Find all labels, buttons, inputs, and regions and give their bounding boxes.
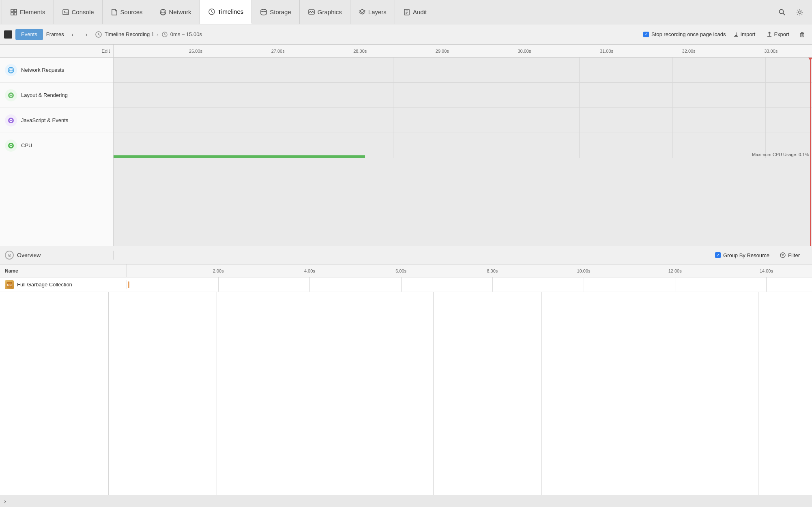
grid-line-3 bbox=[486, 133, 486, 158]
tab-bar: Elements Console Sources Network Timel bbox=[0, 0, 812, 24]
empty-table-area bbox=[0, 292, 812, 495]
grid-line-5 bbox=[675, 277, 675, 292]
stop-recording-button[interactable] bbox=[4, 30, 12, 39]
network-requests-label: Network Requests bbox=[21, 67, 64, 73]
settings-button[interactable] bbox=[793, 5, 807, 19]
overview-label: Overview bbox=[17, 252, 41, 258]
tab-graphics[interactable]: Graphics bbox=[300, 0, 350, 24]
table-row[interactable]: GC Full Garbage Collection bbox=[0, 277, 812, 292]
tab-graphics-label: Graphics bbox=[318, 9, 342, 15]
grid-line-6 bbox=[766, 277, 767, 292]
track-grid-lines-4 bbox=[114, 133, 812, 158]
empty-grid-line-1 bbox=[217, 292, 217, 495]
tab-audit[interactable]: Audit bbox=[395, 0, 435, 24]
svg-rect-24 bbox=[801, 33, 804, 37]
group-by-resource-label[interactable]: Group By Resource bbox=[715, 252, 769, 258]
grid-line-4 bbox=[579, 58, 580, 82]
grid-line-0 bbox=[207, 83, 207, 107]
ruler-ticks: 26.00s27.00s28.00s29.00s30.00s31.00s32.0… bbox=[114, 45, 812, 57]
ruler-tick-6: 32.00s bbox=[682, 49, 696, 54]
group-by-resource-text: Group By Resource bbox=[723, 252, 769, 258]
js-events-track bbox=[114, 108, 812, 133]
svg-rect-3 bbox=[14, 13, 17, 15]
panel-row-network-requests[interactable]: Network Requests bbox=[0, 58, 113, 83]
ruler-tick-7: 33.00s bbox=[764, 49, 778, 54]
ruler-tick-0: 26.00s bbox=[189, 49, 202, 54]
panel-row-cpu[interactable]: CPU bbox=[0, 133, 113, 158]
filter-button[interactable]: Filter bbox=[776, 251, 804, 260]
grid-line-2 bbox=[393, 108, 393, 133]
status-bar: › bbox=[0, 495, 812, 507]
tab-storage-label: Storage bbox=[270, 9, 291, 15]
svg-point-10 bbox=[261, 9, 266, 12]
grid-line-3 bbox=[486, 83, 486, 107]
grid-line-2 bbox=[393, 83, 393, 107]
grid-line-2 bbox=[401, 277, 402, 292]
export-button[interactable]: Export bbox=[763, 30, 793, 39]
time-col-tick-4: 10.00s bbox=[577, 269, 590, 273]
frames-tab-button[interactable]: Frames bbox=[46, 29, 64, 40]
table-time-header: 2.00s4.00s6.00s8.00s10.00s12.00s14.00s bbox=[127, 264, 812, 277]
table-name-header: Name bbox=[0, 264, 127, 277]
svg-rect-0 bbox=[11, 9, 13, 12]
search-button[interactable] bbox=[775, 5, 789, 19]
gear-icon bbox=[796, 9, 803, 16]
ruler-edit-label: Edit bbox=[0, 45, 114, 57]
tab-storage[interactable]: Storage bbox=[252, 0, 300, 24]
network-requests-track bbox=[114, 58, 812, 83]
trash-icon bbox=[799, 31, 806, 38]
grid-line-2 bbox=[393, 133, 393, 158]
import-button[interactable]: Import bbox=[729, 30, 760, 39]
svg-point-17 bbox=[780, 9, 784, 13]
gc-icon: GC bbox=[5, 280, 14, 289]
empty-grid-line-0 bbox=[108, 292, 109, 495]
console-icon bbox=[62, 9, 69, 16]
grid-line-0 bbox=[207, 58, 207, 82]
ruler-tick-1: 27.00s bbox=[271, 49, 285, 54]
overview-controls: Group By Resource Filter bbox=[114, 251, 812, 260]
track-grid-lines-3 bbox=[114, 108, 812, 133]
tab-layers-label: Layers bbox=[368, 9, 387, 15]
tab-timelines[interactable]: Timelines bbox=[200, 0, 252, 24]
panel-row-js-events[interactable]: JavaScript & Events bbox=[0, 108, 113, 133]
recording-clock-icon bbox=[95, 31, 102, 38]
table-grid-lines bbox=[127, 277, 812, 292]
grid-line-0 bbox=[218, 277, 219, 292]
next-recording-button[interactable]: › bbox=[81, 29, 92, 40]
svg-marker-12 bbox=[359, 9, 365, 13]
tab-right-actions bbox=[775, 5, 810, 19]
group-by-resource-checkbox[interactable] bbox=[715, 252, 721, 258]
tab-elements-label: Elements bbox=[20, 9, 45, 15]
tab-sources[interactable]: Sources bbox=[103, 0, 151, 24]
grid-line-6 bbox=[765, 58, 766, 82]
overview-divider: ⊙ Overview Group By Resource Filter bbox=[0, 246, 812, 264]
tab-layers[interactable]: Layers bbox=[350, 0, 395, 24]
stop-recording-checkbox[interactable] bbox=[643, 32, 649, 37]
stop-recording-checkbox-label[interactable]: Stop recording once page loads bbox=[643, 31, 726, 37]
empty-grid-line-4 bbox=[541, 292, 542, 495]
max-cpu-label: Maximum CPU Usage: 0.1% bbox=[752, 152, 809, 157]
time-col-tick-0: 2.00s bbox=[213, 269, 224, 273]
layers-icon bbox=[359, 9, 366, 16]
console-drawer-toggle[interactable]: › bbox=[4, 498, 6, 505]
panel-row-layout-rendering[interactable]: Layout & Rendering bbox=[0, 83, 113, 108]
svg-text:GC: GC bbox=[7, 283, 12, 287]
ruler-tick-2: 28.00s bbox=[353, 49, 367, 54]
tab-elements[interactable]: Elements bbox=[2, 0, 54, 24]
audit-icon bbox=[403, 9, 410, 16]
tab-network[interactable]: Network bbox=[151, 0, 200, 24]
events-tab-button[interactable]: Events bbox=[15, 29, 43, 40]
cpu-label: CPU bbox=[21, 142, 32, 148]
clear-recordings-button[interactable] bbox=[797, 29, 808, 40]
tab-console-label: Console bbox=[72, 9, 94, 15]
search-icon bbox=[778, 9, 786, 16]
empty-grid-line-2 bbox=[325, 292, 325, 495]
svg-rect-1 bbox=[14, 9, 17, 12]
prev-recording-button[interactable]: ‹ bbox=[67, 29, 78, 40]
svg-rect-2 bbox=[11, 13, 13, 15]
tab-audit-label: Audit bbox=[413, 9, 427, 15]
tab-console[interactable]: Console bbox=[54, 0, 103, 24]
timelines-icon bbox=[208, 8, 215, 15]
layout-rendering-icon bbox=[5, 89, 17, 101]
time-clock-icon bbox=[161, 31, 168, 38]
